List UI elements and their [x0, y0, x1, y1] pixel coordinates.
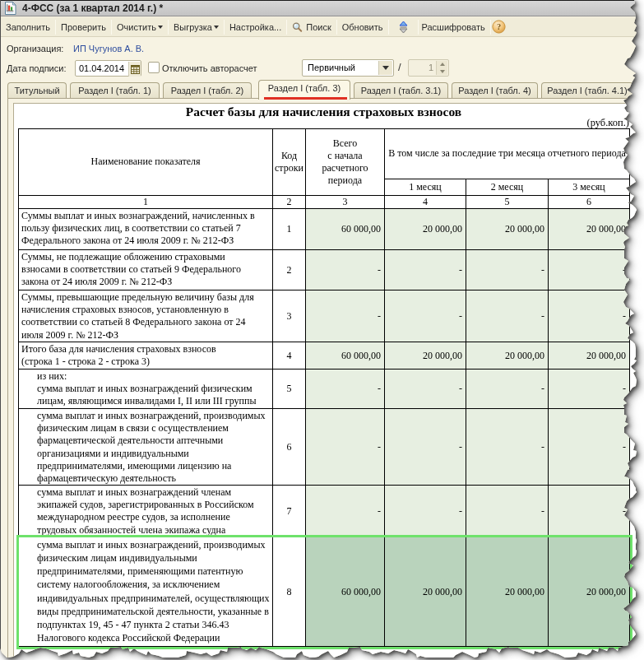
refresh-button[interactable]: Обновить [337, 19, 388, 35]
row-value-cell: 20 000,00 [466, 537, 549, 647]
calendar-icon [131, 65, 140, 74]
row-value-cell: 20 000,00 [466, 342, 549, 370]
row-value-cell: 60 000,00 [306, 342, 385, 370]
column-number: 2 [273, 196, 306, 209]
units-note: (руб.коп.) [18, 117, 629, 129]
tab-label: Раздел I (табл. 1) [78, 86, 151, 95]
spinner-buttons[interactable] [436, 61, 447, 75]
fill-button[interactable]: Заполнить [1, 19, 55, 35]
tab-label: Раздел I (табл. 3.1) [361, 86, 442, 95]
screenshot-stage: { "window": { "title": "4-ФСС (за 1 квар… [0, 0, 644, 660]
row-code: 3 [273, 290, 306, 342]
combo-dropdown-button[interactable] [378, 61, 392, 75]
row-value-cell: - [385, 486, 466, 537]
signature-date-value: 01.04.2014 [79, 63, 124, 73]
tab-label: Раздел I (табл. 4) [458, 86, 530, 95]
tab-2[interactable]: Раздел I (табл. 1) [70, 82, 160, 98]
spin-down-icon [440, 70, 445, 73]
organization-value[interactable]: ИП Чугунов А. В. [73, 44, 144, 53]
row-value-cell: - [466, 290, 549, 342]
revision-spinner[interactable]: 1 [408, 59, 449, 77]
row-value-cell: - [385, 250, 466, 290]
help-button[interactable]: ? [491, 19, 511, 35]
tab-label: Раздел I (табл. 3) [268, 83, 341, 93]
spin-up-icon [440, 63, 445, 66]
svg-text:?: ? [497, 22, 501, 31]
row-value-cell: - [549, 409, 630, 486]
tab-6[interactable]: Раздел I (табл. 4) [452, 82, 538, 98]
report-document-icon [4, 2, 16, 15]
form-area: Организация: ИП Чугунов А. В. Дата подпи… [1, 38, 637, 79]
row-code: 5 [273, 370, 306, 409]
table-row-6[interactable]: сумма выплат и иных вознаграждений, прои… [19, 409, 630, 486]
header-month: 1 месяц [385, 179, 466, 196]
row-value-cell: - [306, 370, 385, 409]
row-value-cell: - [385, 409, 466, 486]
table-row-8[interactable]: сумма выплат и иных вознаграждений, прои… [19, 537, 630, 647]
row-value-cell: - [385, 370, 466, 409]
toolbar: Заполнить Проверить Очистить Выгрузка На… [1, 17, 637, 37]
tab-5[interactable]: Раздел I (табл. 3.1) [354, 82, 448, 98]
tab-7[interactable]: Раздел I (табл. 4.1) [541, 82, 633, 98]
decode-button[interactable]: Расшифровать [419, 19, 490, 35]
table-row-3[interactable]: Суммы, превышающие предельную величину б… [19, 290, 630, 342]
row-value-cell: 60 000,00 [306, 209, 385, 250]
active-tab-underline [264, 97, 347, 100]
row-value-cell: - [466, 486, 549, 537]
table-row-2[interactable]: Суммы, не подлежащие обложению страховым… [19, 250, 630, 290]
revision-value: 1 [429, 63, 433, 72]
tab-1[interactable]: Титульный [7, 82, 67, 98]
window-titlebar[interactable]: 4-ФСС (за 1 квартал 2014 г.) * [1, 0, 637, 16]
check-button[interactable]: Проверить [56, 19, 111, 35]
header-total: Всего с начала расчетного периода [306, 129, 385, 196]
help-icon: ? [492, 20, 506, 34]
tab-label: Раздел I (табл. 4.1) [547, 86, 628, 95]
row-code: 2 [273, 250, 306, 290]
search-button[interactable]: Поиск [287, 19, 336, 35]
row-value-cell: 20 000,00 [549, 342, 630, 370]
header-code: Код строки [273, 129, 306, 196]
column-number: 4 [385, 196, 466, 209]
column-number: 1 [19, 196, 273, 209]
row-value-cell: - [549, 486, 630, 537]
tab-3[interactable]: Раздел I (табл. 2) [163, 82, 252, 98]
row-value-cell: - [549, 370, 630, 409]
window-shadow: 4-ФСС (за 1 квартал 2014 г.) * Заполнить… [0, 0, 637, 658]
row-indicator-name: Итого база для начисления страховых взно… [19, 342, 273, 370]
header-month: 2 месяц [466, 179, 549, 196]
dropdown-arrow-icon [214, 26, 219, 29]
slash-separator: / [398, 61, 401, 73]
table-row-4[interactable]: Итого база для начисления страховых взно… [19, 342, 630, 370]
row-value-cell: 20 000,00 [385, 537, 466, 647]
autocalc-label: Отключить авторасчет [162, 63, 257, 73]
row-code: 8 [273, 537, 306, 647]
autocalc-checkbox[interactable] [148, 62, 160, 73]
row-value-cell: - [466, 370, 549, 409]
column-number: 3 [306, 196, 385, 209]
row-value-cell: - [306, 290, 385, 342]
column-number: 6 [549, 196, 630, 209]
row-indicator-name: из них: сумма выплат и иных вознагражден… [19, 370, 273, 409]
export-button[interactable]: Выгрузка [169, 19, 224, 35]
signature-date-input[interactable]: 01.04.2014 [75, 60, 141, 77]
row-value-cell: 20 000,00 [549, 209, 630, 250]
table-row-1[interactable]: Суммы выплат и иных вознаграждений, начи… [19, 209, 630, 250]
settings-button[interactable]: Настройка... [225, 19, 286, 35]
report-kind-select[interactable]: Первичный [302, 59, 394, 77]
chevron-down-icon [382, 66, 389, 70]
row-indicator-name: Суммы, не подлежащие обложению страховым… [19, 250, 273, 290]
clear-button[interactable]: Очистить [112, 19, 168, 35]
row-indicator-name: Суммы выплат и иных вознаграждений, начи… [19, 209, 273, 250]
row-value-cell: 20 000,00 [385, 342, 466, 370]
report-table: Наименование показателя Код строки Всего… [18, 128, 630, 647]
row-value-cell: 60 000,00 [306, 537, 385, 647]
tab-label: Титульный [14, 86, 59, 95]
signature-date-label: Дата подписи: [7, 63, 66, 73]
table-row-5[interactable]: из них: сумма выплат и иных вознагражден… [19, 370, 630, 409]
row-code: 7 [273, 486, 306, 537]
collapse-expand-button[interactable] [389, 19, 418, 35]
tab-label: Раздел I (табл. 2) [171, 86, 243, 95]
report-kind-value: Первичный [308, 63, 355, 72]
calendar-button[interactable] [128, 62, 141, 77]
table-row-7[interactable]: сумма выплат и иных вознаграждений члена… [19, 486, 630, 537]
